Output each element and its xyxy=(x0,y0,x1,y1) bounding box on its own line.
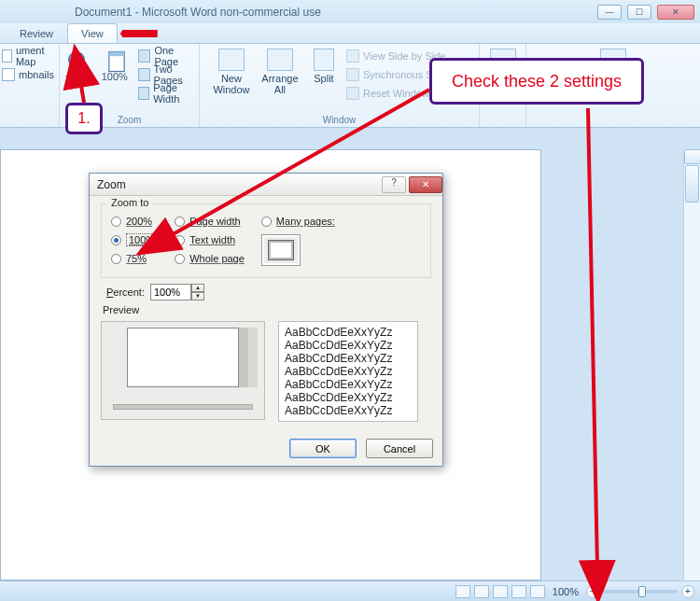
zoom-button[interactable]: Zoom xyxy=(62,47,94,103)
zoom-slider[interactable] xyxy=(603,590,678,594)
zoom-to-legend: Zoom to xyxy=(107,197,152,208)
dialog-title: Zoom xyxy=(97,178,126,191)
radio-75[interactable]: 75% xyxy=(111,249,158,268)
radio-whole-page[interactable]: Whole page xyxy=(175,249,245,268)
magnifier-icon xyxy=(65,49,91,75)
view-fullscreen-button[interactable] xyxy=(474,585,489,598)
close-button[interactable]: ✕ xyxy=(657,5,694,20)
two-pages-button[interactable]: Two Pages xyxy=(138,65,197,84)
window-group-label: Window xyxy=(200,115,479,125)
percent-input[interactable] xyxy=(150,284,191,300)
cancel-button[interactable]: Cancel xyxy=(366,439,433,458)
dialog-help-button[interactable]: ? xyxy=(382,176,406,193)
radio-many-pages[interactable]: Many pages: xyxy=(261,212,335,231)
new-window-icon xyxy=(218,49,245,71)
minimize-button[interactable]: — xyxy=(597,5,622,20)
zoom-in-button[interactable]: + xyxy=(681,585,694,598)
maximize-button[interactable]: ☐ xyxy=(627,5,651,20)
arrange-icon xyxy=(267,49,293,71)
svg-rect-3 xyxy=(109,52,124,57)
page-icon xyxy=(104,49,126,71)
tab-view[interactable]: View xyxy=(67,23,118,43)
annotation-step-1: 1. xyxy=(65,103,103,134)
zoom-to-group: Zoom to 200% 100% 75% Page width Text wi… xyxy=(101,203,431,278)
ok-button[interactable]: OK xyxy=(289,439,357,458)
zoom-button-label: Zoom xyxy=(62,74,94,85)
ribbon-tabstrip: Review View xyxy=(0,23,700,44)
zoom-100-label: 100% xyxy=(98,71,131,82)
window-titlebar: Document1 - Microsoft Word non-commercia… xyxy=(0,0,700,23)
zoom-slider-thumb[interactable] xyxy=(638,586,646,597)
status-bar: 100% − + xyxy=(0,580,700,601)
svg-point-0 xyxy=(69,52,84,67)
tab-review[interactable]: Review xyxy=(6,23,67,43)
preview-sample-text: AaBbCcDdEeXxYyZzAaBbCcDdEeXxYyZzAaBbCcDd… xyxy=(278,321,418,422)
thumbnails-checkbox[interactable]: mbnails xyxy=(2,65,54,84)
percent-spinner[interactable]: ▲▼ xyxy=(150,284,204,300)
scroll-thumb[interactable] xyxy=(685,165,699,203)
svg-line-1 xyxy=(82,65,89,72)
zoom-100-button[interactable]: 100% xyxy=(98,47,131,103)
zoom-dialog: Zoom ? ✕ Zoom to 200% 100% 75% Page widt… xyxy=(89,173,443,467)
annotation-check-settings: Check these 2 settings xyxy=(429,58,644,105)
scroll-up-button[interactable]: ▲ xyxy=(684,149,700,164)
radio-text-width[interactable]: Text width xyxy=(175,231,245,249)
radio-page-width[interactable]: Page width xyxy=(175,212,245,231)
one-page-button[interactable]: One Page xyxy=(138,47,197,65)
zoom-out-button[interactable]: − xyxy=(586,585,599,598)
preview-monitor xyxy=(101,321,265,420)
window-title: Document1 - Microsoft Word non-commercia… xyxy=(75,6,321,19)
vertical-scrollbar[interactable]: ▲ xyxy=(683,149,700,580)
dialog-titlebar[interactable]: Zoom ? ✕ xyxy=(90,174,442,196)
radio-100[interactable]: 100% xyxy=(111,231,158,249)
percent-up[interactable]: ▲ xyxy=(191,284,204,292)
view-draft-button[interactable] xyxy=(530,585,545,598)
arrange-all-button[interactable]: Arrange All xyxy=(259,47,301,103)
preview-label: Preview xyxy=(103,304,431,315)
many-pages-picker[interactable] xyxy=(261,234,301,266)
percent-label: Percent: xyxy=(106,287,145,298)
dialog-close-button[interactable]: ✕ xyxy=(409,176,442,193)
percent-down[interactable]: ▼ xyxy=(191,292,204,300)
page-width-button[interactable]: Page Width xyxy=(138,84,197,103)
view-web-layout-button[interactable] xyxy=(493,585,508,598)
new-window-button[interactable]: New Window xyxy=(210,47,253,103)
view-print-layout-button[interactable] xyxy=(455,585,470,598)
split-button[interactable]: Split xyxy=(307,47,341,103)
radio-200[interactable]: 200% xyxy=(111,212,158,231)
split-icon xyxy=(314,49,334,71)
zoom-percentage[interactable]: 100% xyxy=(549,586,582,597)
view-outline-button[interactable] xyxy=(511,585,526,598)
docmap-checkbox[interactable]: ument Map xyxy=(2,47,54,65)
